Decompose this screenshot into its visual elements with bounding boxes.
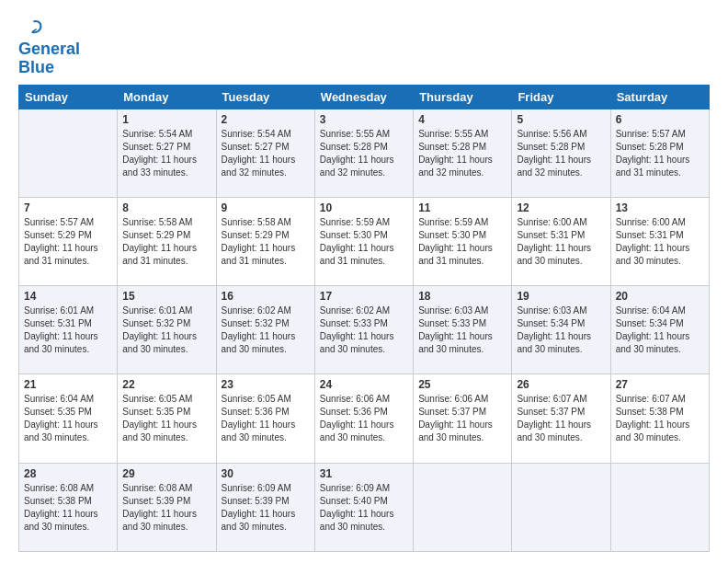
- calendar-cell: 18Sunrise: 6:03 AM Sunset: 5:33 PM Dayli…: [414, 286, 512, 374]
- day-info: Sunrise: 6:06 AM Sunset: 5:36 PM Dayligh…: [320, 393, 408, 444]
- calendar-cell: 31Sunrise: 6:09 AM Sunset: 5:40 PM Dayli…: [314, 463, 413, 551]
- day-number: 6: [616, 113, 704, 126]
- day-info: Sunrise: 6:04 AM Sunset: 5:35 PM Dayligh…: [24, 393, 112, 444]
- calendar-week-row: 21Sunrise: 6:04 AM Sunset: 5:35 PM Dayli…: [19, 374, 710, 463]
- header: General Blue: [18, 15, 710, 77]
- calendar-cell: [19, 109, 118, 197]
- weekday-header-sunday: Sunday: [19, 85, 118, 109]
- calendar-week-row: 1Sunrise: 5:54 AM Sunset: 5:27 PM Daylig…: [19, 109, 710, 197]
- calendar-week-row: 7Sunrise: 5:57 AM Sunset: 5:29 PM Daylig…: [19, 197, 710, 285]
- calendar-cell: [512, 463, 610, 551]
- calendar-cell: 16Sunrise: 6:02 AM Sunset: 5:32 PM Dayli…: [216, 286, 314, 374]
- day-number: 26: [517, 378, 605, 391]
- calendar-cell: 7Sunrise: 5:57 AM Sunset: 5:29 PM Daylig…: [19, 197, 118, 285]
- calendar-cell: 26Sunrise: 6:07 AM Sunset: 5:37 PM Dayli…: [512, 374, 610, 463]
- day-number: 22: [122, 378, 210, 391]
- calendar-cell: 25Sunrise: 6:06 AM Sunset: 5:37 PM Dayli…: [414, 374, 512, 463]
- day-number: 9: [222, 201, 310, 214]
- day-number: 28: [24, 467, 112, 480]
- weekday-header-friday: Friday: [512, 85, 610, 109]
- day-number: 13: [616, 201, 704, 214]
- day-number: 21: [24, 378, 112, 391]
- calendar-cell: 13Sunrise: 6:00 AM Sunset: 5:31 PM Dayli…: [610, 197, 709, 285]
- day-number: 4: [418, 113, 506, 126]
- weekday-header-saturday: Saturday: [610, 85, 709, 109]
- day-number: 30: [222, 467, 310, 480]
- day-info: Sunrise: 5:54 AM Sunset: 5:27 PM Dayligh…: [122, 128, 210, 179]
- calendar-cell: 1Sunrise: 5:54 AM Sunset: 5:27 PM Daylig…: [118, 109, 216, 197]
- day-info: Sunrise: 6:09 AM Sunset: 5:39 PM Dayligh…: [222, 482, 310, 534]
- day-number: 10: [320, 201, 408, 214]
- day-info: Sunrise: 6:05 AM Sunset: 5:35 PM Dayligh…: [122, 393, 210, 444]
- day-info: Sunrise: 6:00 AM Sunset: 5:31 PM Dayligh…: [517, 216, 605, 268]
- day-number: 24: [320, 378, 408, 391]
- calendar-cell: 24Sunrise: 6:06 AM Sunset: 5:36 PM Dayli…: [314, 374, 413, 463]
- day-info: Sunrise: 6:09 AM Sunset: 5:40 PM Dayligh…: [320, 482, 408, 534]
- calendar-cell: 12Sunrise: 6:00 AM Sunset: 5:31 PM Dayli…: [512, 197, 610, 285]
- day-info: Sunrise: 5:58 AM Sunset: 5:29 PM Dayligh…: [122, 216, 210, 268]
- page: General Blue SundayMondayTuesdayWednesda…: [0, 0, 728, 563]
- day-number: 3: [320, 113, 408, 126]
- day-info: Sunrise: 6:08 AM Sunset: 5:38 PM Dayligh…: [24, 482, 112, 534]
- calendar-cell: 4Sunrise: 5:55 AM Sunset: 5:28 PM Daylig…: [414, 109, 512, 197]
- day-number: 31: [320, 467, 408, 480]
- calendar-cell: 19Sunrise: 6:03 AM Sunset: 5:34 PM Dayli…: [512, 286, 610, 374]
- logo: General Blue: [18, 18, 80, 77]
- day-number: 19: [517, 290, 605, 303]
- calendar-cell: 3Sunrise: 5:55 AM Sunset: 5:28 PM Daylig…: [314, 109, 413, 197]
- calendar-cell: 22Sunrise: 6:05 AM Sunset: 5:35 PM Dayli…: [118, 374, 216, 463]
- calendar-cell: 14Sunrise: 6:01 AM Sunset: 5:31 PM Dayli…: [19, 286, 118, 374]
- calendar-cell: 28Sunrise: 6:08 AM Sunset: 5:38 PM Dayli…: [19, 463, 118, 551]
- day-info: Sunrise: 6:07 AM Sunset: 5:37 PM Dayligh…: [517, 393, 605, 444]
- calendar-cell: 8Sunrise: 5:58 AM Sunset: 5:29 PM Daylig…: [118, 197, 216, 285]
- day-number: 15: [122, 290, 210, 303]
- calendar-cell: 2Sunrise: 5:54 AM Sunset: 5:27 PM Daylig…: [216, 109, 314, 197]
- calendar-cell: 20Sunrise: 6:04 AM Sunset: 5:34 PM Dayli…: [610, 286, 709, 374]
- day-info: Sunrise: 6:08 AM Sunset: 5:39 PM Dayligh…: [122, 482, 210, 534]
- day-info: Sunrise: 6:03 AM Sunset: 5:33 PM Dayligh…: [418, 304, 506, 356]
- weekday-header-thursday: Thursday: [414, 85, 512, 109]
- calendar-cell: 30Sunrise: 6:09 AM Sunset: 5:39 PM Dayli…: [216, 463, 314, 551]
- calendar-cell: 17Sunrise: 6:02 AM Sunset: 5:33 PM Dayli…: [314, 286, 413, 374]
- day-number: 25: [418, 378, 506, 391]
- calendar-cell: 6Sunrise: 5:57 AM Sunset: 5:28 PM Daylig…: [610, 109, 709, 197]
- day-info: Sunrise: 6:02 AM Sunset: 5:32 PM Dayligh…: [222, 304, 310, 356]
- day-info: Sunrise: 5:57 AM Sunset: 5:28 PM Dayligh…: [616, 128, 704, 179]
- day-info: Sunrise: 5:58 AM Sunset: 5:29 PM Dayligh…: [222, 216, 310, 268]
- day-info: Sunrise: 5:56 AM Sunset: 5:28 PM Dayligh…: [517, 128, 605, 179]
- day-number: 11: [418, 201, 506, 214]
- day-info: Sunrise: 6:01 AM Sunset: 5:32 PM Dayligh…: [122, 304, 210, 356]
- day-number: 2: [222, 113, 310, 126]
- day-number: 14: [24, 290, 112, 303]
- calendar-cell: 29Sunrise: 6:08 AM Sunset: 5:39 PM Dayli…: [118, 463, 216, 551]
- day-info: Sunrise: 5:54 AM Sunset: 5:27 PM Dayligh…: [222, 128, 310, 179]
- calendar-cell: 15Sunrise: 6:01 AM Sunset: 5:32 PM Dayli…: [118, 286, 216, 374]
- logo-text: General Blue: [18, 40, 80, 77]
- day-info: Sunrise: 6:07 AM Sunset: 5:38 PM Dayligh…: [616, 393, 704, 444]
- weekday-header-monday: Monday: [118, 85, 216, 109]
- day-info: Sunrise: 5:55 AM Sunset: 5:28 PM Dayligh…: [320, 128, 408, 179]
- day-info: Sunrise: 6:04 AM Sunset: 5:34 PM Dayligh…: [616, 304, 704, 356]
- day-number: 5: [517, 113, 605, 126]
- day-number: 23: [222, 378, 310, 391]
- day-number: 20: [616, 290, 704, 303]
- day-info: Sunrise: 6:02 AM Sunset: 5:33 PM Dayligh…: [320, 304, 408, 356]
- calendar-cell: [610, 463, 709, 551]
- weekday-header-wednesday: Wednesday: [314, 85, 413, 109]
- day-info: Sunrise: 6:00 AM Sunset: 5:31 PM Dayligh…: [616, 216, 704, 268]
- day-number: 29: [122, 467, 210, 480]
- calendar-cell: 9Sunrise: 5:58 AM Sunset: 5:29 PM Daylig…: [216, 197, 314, 285]
- calendar-cell: 21Sunrise: 6:04 AM Sunset: 5:35 PM Dayli…: [19, 374, 118, 463]
- day-number: 18: [418, 290, 506, 303]
- day-info: Sunrise: 5:59 AM Sunset: 5:30 PM Dayligh…: [418, 216, 506, 268]
- day-number: 17: [320, 290, 408, 303]
- calendar-table: SundayMondayTuesdayWednesdayThursdayFrid…: [18, 85, 710, 552]
- day-info: Sunrise: 5:59 AM Sunset: 5:30 PM Dayligh…: [320, 216, 408, 268]
- day-info: Sunrise: 6:01 AM Sunset: 5:31 PM Dayligh…: [24, 304, 112, 356]
- day-number: 16: [222, 290, 310, 303]
- day-number: 8: [122, 201, 210, 214]
- calendar-cell: 5Sunrise: 5:56 AM Sunset: 5:28 PM Daylig…: [512, 109, 610, 197]
- logo-icon: [20, 18, 42, 37]
- calendar-cell: 23Sunrise: 6:05 AM Sunset: 5:36 PM Dayli…: [216, 374, 314, 463]
- day-number: 12: [517, 201, 605, 214]
